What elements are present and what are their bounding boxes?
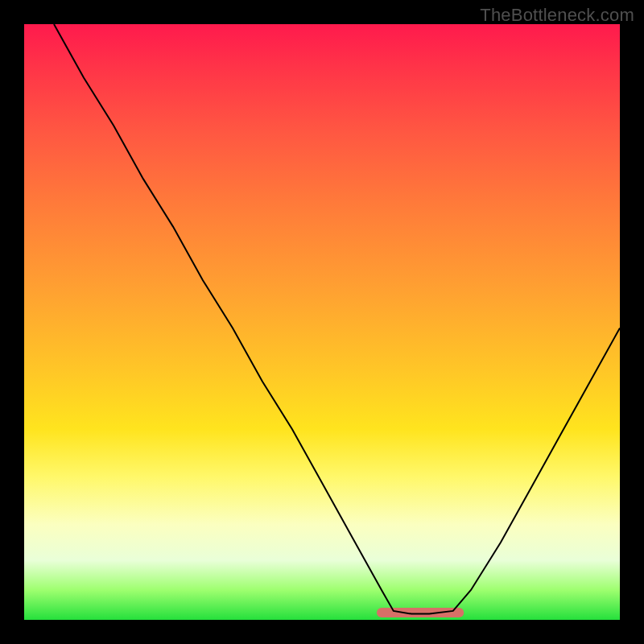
bottleneck-curve bbox=[54, 24, 620, 614]
curve-svg bbox=[24, 24, 620, 620]
watermark-text: TheBottleneck.com bbox=[480, 5, 634, 26]
plot-area bbox=[24, 24, 620, 620]
chart-frame: TheBottleneck.com bbox=[0, 0, 644, 644]
